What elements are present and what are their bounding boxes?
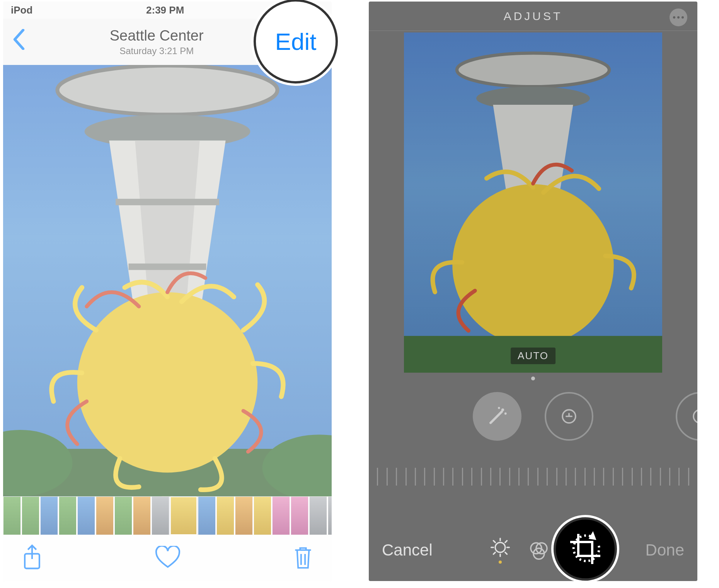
active-mode-dot-icon: [499, 561, 502, 564]
adjust-slider-ticks[interactable]: [369, 468, 697, 486]
thumbnail[interactable]: [77, 496, 95, 535]
thumbnail-strip[interactable]: [3, 496, 332, 535]
thumbnail[interactable]: [254, 496, 271, 535]
thumbnail[interactable]: [96, 496, 114, 535]
thumbnail[interactable]: [22, 496, 39, 535]
thumbnail[interactable]: [3, 496, 21, 535]
edit-preview[interactable]: AUTO: [404, 32, 662, 373]
back-button[interactable]: [12, 29, 26, 55]
page-indicator: [369, 377, 697, 380]
svg-point-19: [498, 407, 500, 409]
svg-point-8: [77, 292, 257, 472]
filters-mode-button[interactable]: [528, 539, 550, 561]
thumbnail[interactable]: [133, 496, 151, 535]
more-button[interactable]: [670, 9, 687, 26]
brilliance-button[interactable]: [676, 392, 697, 441]
adjust-header: ADJUST: [369, 2, 697, 31]
nav-subtitle: Saturday 3:21 PM: [110, 46, 204, 56]
thumbnail[interactable]: [235, 496, 253, 535]
svg-rect-4: [116, 199, 219, 205]
svg-point-22: [495, 542, 505, 552]
adjust-mode-button[interactable]: [489, 537, 511, 558]
svg-point-21: [693, 410, 697, 423]
thumbnail[interactable]: [328, 496, 332, 535]
thumbnail-selected[interactable]: [170, 496, 197, 535]
share-button[interactable]: [22, 544, 43, 572]
thumbnail[interactable]: [216, 496, 234, 535]
thumbnail[interactable]: [114, 496, 132, 535]
edit-bottom-bar: Cancel Done: [369, 519, 697, 581]
trash-button[interactable]: [293, 545, 313, 571]
photo-viewer[interactable]: [3, 65, 332, 496]
thumbnail[interactable]: [59, 496, 77, 535]
nav-title: Seattle Center: [110, 27, 204, 44]
auto-enhance-button[interactable]: [473, 392, 521, 441]
photo-edit-screen: ADJUST: [369, 2, 697, 581]
thumbnail[interactable]: [309, 496, 327, 535]
svg-point-18: [504, 412, 507, 415]
status-time: 2:39 PM: [146, 4, 184, 16]
photos-detail-screen: iPod 2:39 PM Seattle Center Saturday 3:2…: [3, 2, 332, 581]
cancel-button[interactable]: Cancel: [382, 541, 433, 559]
thumbnail[interactable]: [40, 496, 58, 535]
thumbnail[interactable]: [272, 496, 290, 535]
svg-point-17: [501, 408, 504, 411]
thumbnail[interactable]: [291, 496, 308, 535]
done-button[interactable]: Done: [646, 541, 684, 559]
bottom-action-bar: [3, 535, 332, 581]
auto-pill: AUTO: [511, 348, 555, 364]
svg-point-15: [452, 184, 614, 346]
exposure-button[interactable]: [545, 392, 593, 441]
favorite-button[interactable]: [155, 546, 181, 571]
callout-edit-label: Edit: [275, 28, 317, 55]
adjust-tool-row: [369, 392, 697, 441]
adjust-title: ADJUST: [504, 10, 563, 23]
tutorial-callout-crop: [554, 517, 617, 581]
status-device: iPod: [11, 4, 32, 16]
tutorial-callout-edit: Edit: [254, 0, 338, 84]
thumbnail[interactable]: [152, 496, 169, 535]
thumbnail[interactable]: [198, 496, 216, 535]
